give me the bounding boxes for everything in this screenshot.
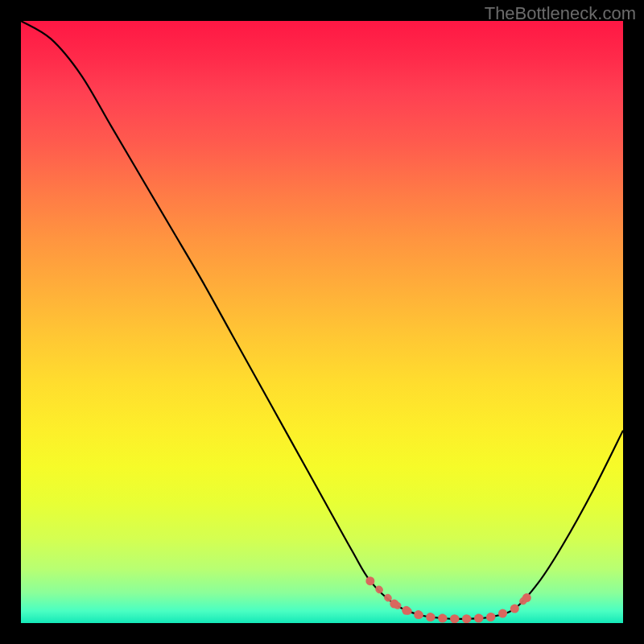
valley-marker-dot (474, 614, 483, 623)
valley-marker-dot (402, 606, 411, 615)
valley-marker-dot (486, 613, 495, 621)
valley-marker-dot (450, 614, 459, 623)
valley-marker-dot (438, 614, 447, 623)
valley-marker-dot (390, 600, 398, 609)
valley-marker-dot (365, 576, 374, 585)
chart-area (21, 21, 623, 623)
valley-marker-dot (426, 613, 435, 621)
markers-layer (21, 21, 623, 623)
valley-markers (365, 576, 530, 623)
valley-marker-dot (414, 610, 423, 619)
watermark-text: TheBottleneck.com (485, 3, 636, 24)
valley-marker-dot (498, 609, 507, 618)
valley-marker-dot (522, 593, 531, 602)
valley-marker-dot (510, 605, 519, 613)
valley-marker-dot (462, 614, 471, 623)
